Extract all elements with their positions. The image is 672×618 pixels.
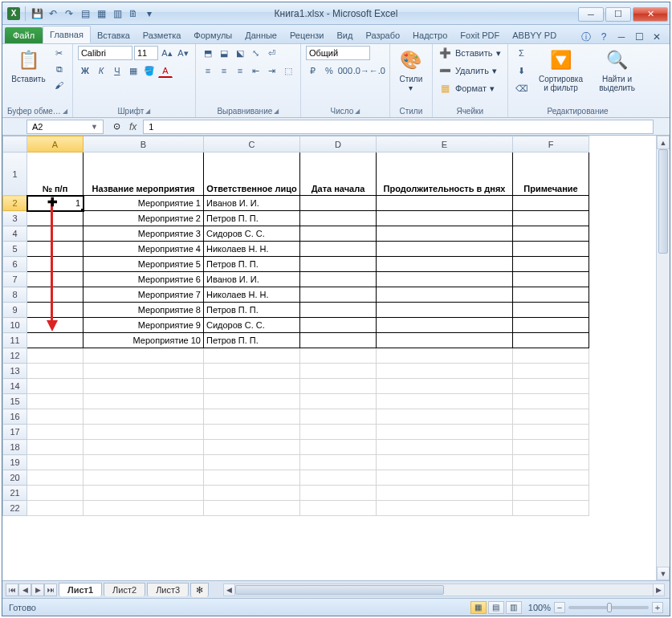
cell[interactable] (27, 272, 83, 287)
cell[interactable] (377, 272, 513, 287)
font-name-select[interactable]: Calibri (78, 46, 132, 60)
cell[interactable] (513, 333, 589, 348)
row-header[interactable]: 21 (3, 486, 27, 501)
cell[interactable] (300, 364, 377, 379)
row-header[interactable]: 4 (3, 226, 27, 242)
minimize-ribbon-icon[interactable]: ⓘ (580, 30, 593, 43)
cell[interactable] (377, 394, 513, 409)
cell[interactable] (377, 348, 513, 364)
table-header-cell[interactable]: Дата начала (300, 152, 377, 196)
cell[interactable] (300, 425, 377, 440)
cell[interactable] (83, 409, 204, 425)
file-tab[interactable]: Файл (5, 27, 43, 43)
cell[interactable] (204, 455, 300, 470)
dialog-launcher-icon[interactable]: ◢ (63, 108, 67, 115)
cell[interactable] (83, 470, 204, 486)
align-center-icon[interactable]: ≡ (217, 63, 231, 78)
cell[interactable] (27, 211, 83, 226)
tab-review[interactable]: Рецензи (283, 27, 331, 43)
cell[interactable] (300, 486, 377, 501)
cell[interactable] (513, 409, 589, 425)
cell[interactable]: Петров П. П. (204, 333, 300, 348)
save-icon[interactable]: 💾 (31, 7, 43, 20)
decrease-indent-icon[interactable]: ⇤ (249, 63, 263, 78)
row-header[interactable]: 8 (3, 287, 27, 303)
table-header-cell[interactable]: Ответственное лицо (204, 152, 300, 196)
find-select-button[interactable]: 🔍 Найти и выделить (592, 46, 643, 94)
fill-handle[interactable] (81, 209, 83, 211)
table-header-cell[interactable]: Примечание (513, 152, 589, 196)
cell[interactable] (377, 303, 513, 318)
sort-filter-button[interactable]: 🔽 Сортировка и фильтр (534, 46, 589, 94)
row-header[interactable]: 1 (3, 152, 27, 196)
cell[interactable] (27, 257, 83, 272)
cell[interactable] (513, 257, 589, 272)
cell[interactable] (513, 440, 589, 455)
cell[interactable] (300, 257, 377, 272)
tab-view[interactable]: Вид (331, 27, 360, 43)
cell[interactable] (300, 211, 377, 226)
fill-color-icon[interactable]: 🪣 (142, 63, 157, 78)
cell[interactable] (204, 470, 300, 486)
percent-icon[interactable]: % (322, 63, 336, 78)
sheet-tab-1[interactable]: Лист1 (59, 583, 102, 596)
cell[interactable] (300, 272, 377, 287)
scroll-thumb[interactable] (235, 585, 444, 595)
cell[interactable]: Петров П. П. (204, 303, 300, 318)
cell[interactable] (27, 501, 83, 516)
copy-icon[interactable]: ⧉ (52, 62, 67, 76)
page-layout-view-icon[interactable]: ▤ (488, 601, 504, 614)
comma-icon[interactable]: 000 (338, 63, 352, 78)
cell[interactable] (513, 272, 589, 287)
cell[interactable] (377, 333, 513, 348)
cell[interactable] (204, 501, 300, 516)
increase-indent-icon[interactable]: ⇥ (265, 63, 279, 78)
zoom-in-button[interactable]: + (652, 602, 663, 613)
cell[interactable]: Иванов И. И. (204, 272, 300, 287)
zoom-out-button[interactable]: − (554, 602, 565, 613)
window-close-icon[interactable]: ✕ (650, 30, 663, 43)
cell[interactable] (377, 455, 513, 470)
cell[interactable] (83, 394, 204, 409)
vertical-scrollbar[interactable]: ▲ ▼ (656, 136, 670, 580)
cell[interactable] (513, 211, 589, 226)
cell[interactable] (377, 409, 513, 425)
fill-icon[interactable]: ⬇ (513, 63, 531, 78)
cell[interactable] (377, 486, 513, 501)
decrease-font-icon[interactable]: A▾ (176, 46, 190, 60)
row-header[interactable]: 20 (3, 470, 27, 486)
wrap-text-icon[interactable]: ⏎ (265, 46, 279, 60)
minimize-button[interactable]: ─ (578, 7, 604, 22)
cell[interactable] (300, 348, 377, 364)
align-left-icon[interactable]: ≡ (201, 63, 215, 78)
row-header[interactable]: 7 (3, 272, 27, 287)
bold-icon[interactable]: Ж (78, 63, 92, 78)
cell[interactable] (204, 394, 300, 409)
cell[interactable] (377, 242, 513, 257)
cell[interactable] (204, 379, 300, 394)
cell[interactable] (377, 501, 513, 516)
cell[interactable] (83, 425, 204, 440)
cell[interactable] (27, 455, 83, 470)
font-size-select[interactable]: 11 (134, 46, 158, 60)
cell[interactable] (27, 425, 83, 440)
tab-abbyy[interactable]: ABBYY PD (506, 27, 563, 43)
underline-icon[interactable]: Ч (110, 63, 124, 78)
window-min-icon[interactable]: ─ (615, 30, 628, 43)
cut-icon[interactable]: ✂ (52, 46, 67, 60)
name-box-expand-icon[interactable]: ⊙ (110, 121, 123, 132)
normal-view-icon[interactable]: ▦ (470, 601, 487, 614)
sheet-tab-3[interactable]: Лист3 (147, 583, 189, 596)
formula-bar[interactable]: 1 (143, 120, 654, 134)
scroll-down-icon[interactable]: ▼ (657, 567, 670, 580)
cell[interactable] (513, 486, 589, 501)
row-header[interactable]: 15 (3, 394, 27, 409)
column-header[interactable]: F (513, 136, 589, 152)
cell[interactable] (204, 348, 300, 364)
row-header[interactable]: 12 (3, 348, 27, 364)
cell[interactable] (513, 348, 589, 364)
cell[interactable] (300, 318, 377, 333)
row-header[interactable]: 9 (3, 303, 27, 318)
styles-button[interactable]: 🎨 Стили▾ (395, 46, 427, 94)
cell[interactable] (377, 379, 513, 394)
